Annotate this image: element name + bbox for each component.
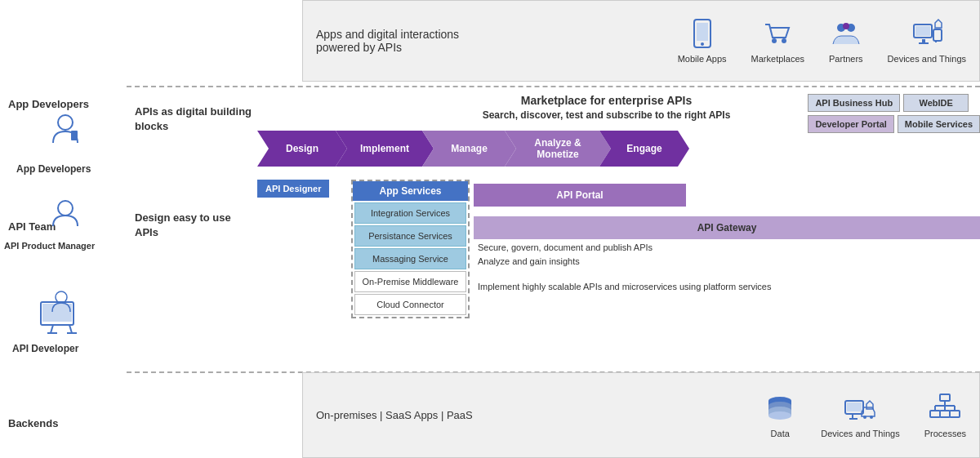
- mobile-apps-icon-item: Mobile Apps: [678, 18, 727, 64]
- cloud-connector-item: Cloud Connector: [354, 294, 466, 315]
- svg-point-30: [768, 411, 791, 420]
- api-gateway-desc: Secure, govern, document and publish API…: [478, 241, 653, 268]
- svg-rect-13: [935, 41, 937, 42]
- svg-rect-9: [915, 26, 930, 36]
- app-developers-person-label: App Developers: [16, 163, 91, 175]
- svg-rect-18: [42, 304, 72, 322]
- backends-label: Backends: [8, 417, 58, 429]
- svg-rect-15: [71, 131, 78, 140]
- svg-rect-43: [930, 411, 940, 417]
- app-services-header: App Services: [353, 181, 468, 201]
- api-dev-label: API Developer: [12, 343, 78, 354]
- app-services-box: App Services Integration Services Persis…: [351, 180, 470, 318]
- manage-arrow: Manage: [422, 131, 516, 167]
- top-icons: Mobile Apps Marketplaces Part: [678, 18, 966, 64]
- design-easy-text: Design easy to use APIs: [135, 211, 253, 240]
- partners-icon: [830, 18, 862, 51]
- svg-point-2: [701, 42, 704, 46]
- cart-icon: [761, 18, 794, 51]
- dashed-line-top: [127, 86, 980, 87]
- marketplaces-icon-item: Marketplaces: [751, 18, 804, 64]
- data-icon-item: Data: [764, 393, 796, 438]
- right-buttons: API Business Hub WebIDE Developer Portal…: [808, 94, 980, 133]
- integration-services-item: Integration Services: [354, 202, 466, 224]
- processes-icon-item: Processes: [924, 393, 966, 438]
- svg-rect-32: [847, 402, 862, 411]
- marketplace-header: Marketplace for enterprise APIs Search, …: [392, 94, 821, 121]
- svg-point-4: [782, 38, 786, 43]
- webide-btn[interactable]: WebIDE: [903, 94, 969, 112]
- devices-icon-item-top: Devices and Things: [888, 18, 966, 64]
- on-premise-middleware-item: On-Premise Middleware: [354, 271, 466, 292]
- devices-icon-top: [911, 18, 943, 51]
- svg-rect-1: [697, 23, 708, 41]
- app-dev-figure: [45, 114, 86, 166]
- api-pm-label: API Product Manager: [4, 241, 95, 251]
- platform-desc: Implement highly scalable APIs and micro…: [478, 282, 771, 291]
- svg-rect-12: [919, 42, 929, 44]
- svg-point-7: [843, 23, 849, 29]
- svg-point-36: [870, 416, 873, 419]
- bottom-text: On-premises | SaaS Apps | PaaS: [316, 409, 747, 421]
- svg-rect-37: [940, 394, 950, 401]
- top-section: Apps and digital interactions powered by…: [302, 0, 980, 82]
- api-portal-bar: API Portal: [474, 184, 686, 207]
- engage-arrow: Engage: [599, 131, 689, 167]
- svg-line-20: [51, 325, 53, 333]
- analyze-arrow: Analyze & Monetize: [505, 131, 611, 167]
- marketplace-subtitle: Search, discover, test and subscribe to …: [392, 109, 821, 121]
- svg-point-3: [772, 38, 777, 43]
- processes-icon: [929, 393, 961, 425]
- middle-section: APIs as digital building blocks Marketpl…: [131, 90, 980, 370]
- partners-icon-item: Partners: [829, 18, 863, 64]
- svg-rect-45: [950, 411, 960, 417]
- api-gateway-bar: API Gateway: [474, 216, 980, 239]
- svg-rect-11: [922, 39, 925, 42]
- devices-things-icon: [844, 393, 876, 425]
- devices-things-icon-item: Devices and Things: [821, 393, 899, 438]
- svg-point-19: [56, 291, 67, 303]
- data-icon: [764, 393, 796, 425]
- top-title: Apps and digital interactions powered by…: [316, 28, 662, 54]
- design-arrow: Design: [257, 131, 347, 167]
- mobile-icon: [686, 18, 719, 51]
- bottom-section: On-premises | SaaS Apps | PaaS Data: [302, 372, 980, 458]
- svg-rect-10: [933, 29, 942, 41]
- api-dev-figure: [33, 286, 90, 345]
- svg-point-14: [58, 115, 73, 130]
- marketplace-title: Marketplace for enterprise APIs: [392, 94, 821, 107]
- apis-building-blocks: APIs as digital building blocks: [135, 104, 253, 134]
- massaging-service-item: Massaging Service: [354, 248, 466, 269]
- api-business-hub-btn[interactable]: API Business Hub: [808, 94, 900, 112]
- api-designer-box: API Designer: [257, 180, 329, 198]
- svg-rect-44: [940, 411, 950, 417]
- persistance-services-item: Persistance Services: [354, 225, 466, 247]
- implement-arrow: Implement: [336, 131, 434, 167]
- pipeline-arrows: Design Implement Manage Analyze & Moneti…: [257, 131, 980, 167]
- bottom-icons: Data Devices and Things: [764, 393, 966, 438]
- app-developers-section-label: App Developers: [8, 98, 89, 110]
- svg-point-35: [863, 416, 866, 419]
- svg-point-16: [58, 201, 73, 216]
- svg-line-21: [69, 325, 72, 333]
- main-diagram: Apps and digital interactions powered by…: [0, 0, 980, 458]
